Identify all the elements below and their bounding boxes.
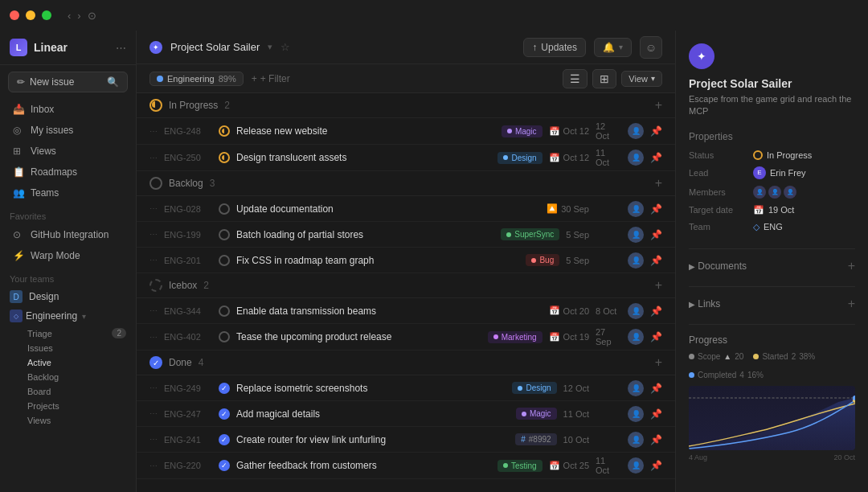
add-link-button[interactable]: + [848, 297, 855, 311]
chevron-down-icon: ▾ [619, 43, 623, 51]
table-row[interactable]: ⋯ ENG-201 Fix CSS in roadmap team graph … [137, 248, 675, 273]
team-property: Team ◇ ENG [689, 222, 855, 232]
forward-button[interactable]: › [77, 10, 80, 22]
issue-title: Fix CSS in roadmap team graph [236, 255, 519, 266]
sidebar-item-engineering[interactable]: ◇ Engineering ▾ [0, 306, 136, 326]
app-logo: L [10, 39, 27, 56]
members-property: Members 👤 👤 👤 [689, 186, 855, 199]
table-row[interactable]: ⋯ ENG-249 ✓ Replace isometric screenshot… [137, 375, 675, 401]
add-icebox-button[interactable]: + [655, 278, 662, 293]
chevron-down-icon[interactable]: ▾ [268, 42, 272, 52]
issue-tag[interactable]: Magic [502, 125, 542, 137]
table-row[interactable]: ⋯ ENG-028 Update documentation 🔼30 Sep 👤… [137, 196, 675, 222]
bell-icon: 🔔 [603, 42, 615, 53]
table-row[interactable]: ⋯ ENG-220 ✓ Gather feedback from custome… [137, 453, 675, 479]
tag-dot [531, 258, 536, 263]
add-filter-button[interactable]: + + Filter [252, 73, 290, 84]
list-view-button[interactable]: ☰ [563, 69, 588, 88]
group-header-done[interactable]: ✓ Done 4 + [137, 351, 675, 375]
notifications-button[interactable]: 🔔 ▾ [594, 38, 632, 57]
table-row[interactable]: ⋯ ENG-248 Release new website Magic 📅Oct… [137, 118, 675, 145]
sidebar-item-github[interactable]: ⊙ GitHub Integration [3, 225, 133, 244]
table-row[interactable]: ⋯ ENG-199 Batch loading of partial store… [137, 222, 675, 248]
sidebar-item-eng-views[interactable]: Views [0, 413, 136, 428]
close-button[interactable] [10, 10, 19, 20]
sidebar-item-board[interactable]: Board [0, 384, 136, 399]
sidebar-item-warp[interactable]: ⚡ Warp Mode [3, 246, 133, 265]
sidebar-item-triage[interactable]: Triage 2 [0, 326, 136, 341]
issue-title: Release new website [236, 125, 495, 137]
teams-icon: 👥 [13, 187, 24, 199]
sidebar-item-backlog[interactable]: Backlog [0, 370, 136, 384]
history-button[interactable]: ⊙ [88, 10, 96, 22]
properties-label: Properties [689, 131, 855, 142]
issue-tag[interactable]: Design [512, 382, 556, 394]
target-date-value: 📅 19 Oct [753, 205, 794, 215]
list-icon: ☰ [570, 72, 580, 85]
group-header-in-progress[interactable]: In Progress 2 + [137, 93, 675, 118]
maximize-button[interactable] [42, 10, 51, 20]
done-icon: ✓ [149, 356, 162, 369]
issue-tag[interactable]: Magic [516, 408, 557, 420]
assignee-avatar: 👤 [628, 380, 644, 396]
progress-label: Progress [689, 334, 855, 346]
scope-number: 20 [735, 352, 743, 361]
assignee-avatar: 👤 [628, 227, 644, 243]
pin-icon: 📌 [650, 331, 662, 342]
tag-dot [503, 155, 508, 160]
sidebar-item-issues[interactable]: Issues [0, 341, 136, 355]
github-icon: ⊙ [13, 229, 24, 240]
calendar-icon: 📅 [549, 461, 560, 471]
issue-id: ENG-199 [164, 230, 212, 240]
table-row[interactable]: ⋯ ENG-402 Tease the upcoming product rel… [137, 324, 675, 351]
sidebar-menu-icon[interactable]: ⋯ [116, 42, 126, 54]
search-icon[interactable]: 🔍 [107, 76, 119, 88]
avatar-button[interactable]: ☺ [640, 36, 662, 59]
star-icon[interactable]: ☆ [280, 41, 290, 53]
minimize-button[interactable] [26, 10, 35, 20]
sidebar-item-design[interactable]: D Design [0, 287, 136, 306]
new-issue-label: New issue [30, 76, 74, 88]
issue-tag[interactable]: Marketing [488, 331, 542, 343]
add-done-button[interactable]: + [655, 355, 662, 370]
sidebar-item-my-issues[interactable]: ◎ My issues [3, 121, 133, 140]
table-row[interactable]: ⋯ ENG-247 ✓ Add magical details Magic 11… [137, 401, 675, 427]
add-in-progress-button[interactable]: + [655, 98, 662, 113]
issue-tag[interactable]: ##8992 [515, 433, 556, 445]
sidebar-item-active[interactable]: Active [0, 355, 136, 370]
sidebar-item-inbox[interactable]: 📥 Inbox [3, 100, 133, 119]
group-header-icebox[interactable]: Icebox 2 + [137, 273, 675, 298]
issue-id: ENG-249 [164, 383, 212, 393]
icebox-count: 2 [203, 280, 209, 291]
issue-tag[interactable]: Testing [497, 460, 542, 472]
add-document-button[interactable]: + [848, 259, 855, 273]
assignee-avatar: 👤 [628, 432, 644, 448]
sidebar-item-projects[interactable]: Projects [0, 399, 136, 413]
table-row[interactable]: ⋯ ENG-250 Design translucent assets Desi… [137, 145, 675, 171]
sidebar-item-roadmaps[interactable]: 📋 Roadmaps [3, 162, 133, 182]
hash-icon: # [521, 435, 526, 444]
view-dropdown-button[interactable]: View ▾ [621, 71, 662, 87]
links-row: ▶ Links + [689, 297, 855, 311]
drag-handle-icon: ⋯ [149, 435, 158, 444]
triangle-icon: ▶ [689, 262, 695, 271]
topbar: ✦ Project Solar Sailer ▾ ☆ ↑ Updates 🔔 ▾… [137, 31, 675, 64]
issue-tag[interactable]: SuperSync [501, 228, 559, 240]
grid-view-button[interactable]: ⊞ [592, 69, 616, 88]
issue-tag[interactable]: Design [497, 152, 542, 164]
table-row[interactable]: ⋯ ENG-241 ✓ Create router for view link … [137, 427, 675, 453]
sidebar-item-teams[interactable]: 👥 Teams [3, 183, 133, 203]
engineering-filter[interactable]: Engineering 89% [149, 72, 244, 86]
group-header-backlog[interactable]: Backlog 3 + [137, 171, 675, 196]
updates-button[interactable]: ↑ Updates [523, 38, 586, 57]
issue-tag[interactable]: Bug [526, 254, 559, 266]
drag-handle-icon: ⋯ [149, 230, 158, 239]
team-icon: ◇ [753, 222, 760, 232]
new-issue-button[interactable]: ✏ New issue 🔍 [8, 72, 128, 92]
sidebar-item-views[interactable]: ⊞ Views [3, 141, 133, 161]
drag-handle-icon: ⋯ [149, 383, 158, 392]
add-backlog-button[interactable]: + [655, 176, 662, 191]
table-row[interactable]: ⋯ ENG-344 Enable data transmission beams… [137, 298, 675, 324]
back-button[interactable]: ‹ [68, 10, 71, 22]
issue-title: Gather feedback from customers [236, 460, 491, 471]
